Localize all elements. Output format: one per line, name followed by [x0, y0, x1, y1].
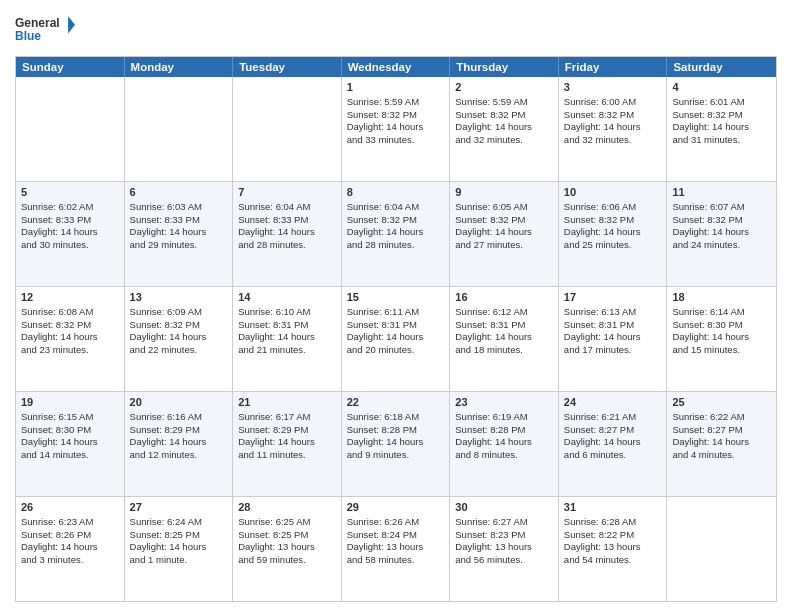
- day-19-line-2: Sunset: 8:30 PM: [21, 424, 119, 437]
- day-23-line-1: Sunrise: 6:19 AM: [455, 411, 553, 424]
- day-23-line-4: and 8 minutes.: [455, 449, 553, 462]
- day-24-line-3: Daylight: 14 hours: [564, 436, 662, 449]
- day-cell-12: 12Sunrise: 6:08 AMSunset: 8:32 PMDayligh…: [16, 287, 125, 391]
- day-17-line-1: Sunrise: 6:13 AM: [564, 306, 662, 319]
- day-number-19: 19: [21, 395, 119, 410]
- day-3-line-3: Daylight: 14 hours: [564, 121, 662, 134]
- day-21-line-3: Daylight: 14 hours: [238, 436, 336, 449]
- day-number-16: 16: [455, 290, 553, 305]
- calendar: SundayMondayTuesdayWednesdayThursdayFrid…: [15, 56, 777, 602]
- day-number-15: 15: [347, 290, 445, 305]
- day-number-10: 10: [564, 185, 662, 200]
- day-number-11: 11: [672, 185, 771, 200]
- day-number-26: 26: [21, 500, 119, 515]
- day-21-line-2: Sunset: 8:29 PM: [238, 424, 336, 437]
- day-number-18: 18: [672, 290, 771, 305]
- day-19-line-3: Daylight: 14 hours: [21, 436, 119, 449]
- day-22-line-2: Sunset: 8:28 PM: [347, 424, 445, 437]
- day-5-line-3: Daylight: 14 hours: [21, 226, 119, 239]
- day-20-line-2: Sunset: 8:29 PM: [130, 424, 228, 437]
- day-12-line-3: Daylight: 14 hours: [21, 331, 119, 344]
- day-number-17: 17: [564, 290, 662, 305]
- day-12-line-2: Sunset: 8:32 PM: [21, 319, 119, 332]
- day-17-line-3: Daylight: 14 hours: [564, 331, 662, 344]
- day-26-line-4: and 3 minutes.: [21, 554, 119, 567]
- day-3-line-4: and 32 minutes.: [564, 134, 662, 147]
- day-6-line-2: Sunset: 8:33 PM: [130, 214, 228, 227]
- header-day-wednesday: Wednesday: [342, 57, 451, 77]
- week-row-2: 5Sunrise: 6:02 AMSunset: 8:33 PMDaylight…: [16, 182, 776, 287]
- day-13-line-3: Daylight: 14 hours: [130, 331, 228, 344]
- day-cell-empty: [233, 77, 342, 181]
- day-cell-25: 25Sunrise: 6:22 AMSunset: 8:27 PMDayligh…: [667, 392, 776, 496]
- day-cell-17: 17Sunrise: 6:13 AMSunset: 8:31 PMDayligh…: [559, 287, 668, 391]
- day-15-line-1: Sunrise: 6:11 AM: [347, 306, 445, 319]
- day-number-5: 5: [21, 185, 119, 200]
- day-cell-empty: [125, 77, 234, 181]
- day-27-line-1: Sunrise: 6:24 AM: [130, 516, 228, 529]
- logo: General Blue: [15, 10, 75, 50]
- day-number-2: 2: [455, 80, 553, 95]
- day-2-line-1: Sunrise: 5:59 AM: [455, 96, 553, 109]
- day-number-24: 24: [564, 395, 662, 410]
- day-31-line-2: Sunset: 8:22 PM: [564, 529, 662, 542]
- day-31-line-3: Daylight: 13 hours: [564, 541, 662, 554]
- day-30-line-4: and 56 minutes.: [455, 554, 553, 567]
- day-number-6: 6: [130, 185, 228, 200]
- day-1-line-2: Sunset: 8:32 PM: [347, 109, 445, 122]
- day-7-line-1: Sunrise: 6:04 AM: [238, 201, 336, 214]
- day-cell-empty: [667, 497, 776, 601]
- day-cell-28: 28Sunrise: 6:25 AMSunset: 8:25 PMDayligh…: [233, 497, 342, 601]
- day-cell-10: 10Sunrise: 6:06 AMSunset: 8:32 PMDayligh…: [559, 182, 668, 286]
- day-18-line-3: Daylight: 14 hours: [672, 331, 771, 344]
- day-9-line-1: Sunrise: 6:05 AM: [455, 201, 553, 214]
- day-27-line-4: and 1 minute.: [130, 554, 228, 567]
- day-4-line-1: Sunrise: 6:01 AM: [672, 96, 771, 109]
- day-8-line-4: and 28 minutes.: [347, 239, 445, 252]
- day-29-line-3: Daylight: 13 hours: [347, 541, 445, 554]
- day-21-line-1: Sunrise: 6:17 AM: [238, 411, 336, 424]
- day-23-line-3: Daylight: 14 hours: [455, 436, 553, 449]
- day-28-line-3: Daylight: 13 hours: [238, 541, 336, 554]
- day-cell-7: 7Sunrise: 6:04 AMSunset: 8:33 PMDaylight…: [233, 182, 342, 286]
- day-cell-16: 16Sunrise: 6:12 AMSunset: 8:31 PMDayligh…: [450, 287, 559, 391]
- day-19-line-1: Sunrise: 6:15 AM: [21, 411, 119, 424]
- day-cell-27: 27Sunrise: 6:24 AMSunset: 8:25 PMDayligh…: [125, 497, 234, 601]
- day-cell-29: 29Sunrise: 6:26 AMSunset: 8:24 PMDayligh…: [342, 497, 451, 601]
- day-cell-21: 21Sunrise: 6:17 AMSunset: 8:29 PMDayligh…: [233, 392, 342, 496]
- day-6-line-4: and 29 minutes.: [130, 239, 228, 252]
- day-20-line-1: Sunrise: 6:16 AM: [130, 411, 228, 424]
- day-14-line-1: Sunrise: 6:10 AM: [238, 306, 336, 319]
- day-cell-23: 23Sunrise: 6:19 AMSunset: 8:28 PMDayligh…: [450, 392, 559, 496]
- day-1-line-1: Sunrise: 5:59 AM: [347, 96, 445, 109]
- day-number-20: 20: [130, 395, 228, 410]
- day-number-7: 7: [238, 185, 336, 200]
- day-number-28: 28: [238, 500, 336, 515]
- day-30-line-3: Daylight: 13 hours: [455, 541, 553, 554]
- day-cell-1: 1Sunrise: 5:59 AMSunset: 8:32 PMDaylight…: [342, 77, 451, 181]
- day-9-line-3: Daylight: 14 hours: [455, 226, 553, 239]
- day-13-line-4: and 22 minutes.: [130, 344, 228, 357]
- day-9-line-2: Sunset: 8:32 PM: [455, 214, 553, 227]
- logo-svg: General Blue: [15, 10, 75, 50]
- header-day-saturday: Saturday: [667, 57, 776, 77]
- day-15-line-4: and 20 minutes.: [347, 344, 445, 357]
- page: General Blue SundayMondayTuesdayWednesda…: [0, 0, 792, 612]
- day-cell-9: 9Sunrise: 6:05 AMSunset: 8:32 PMDaylight…: [450, 182, 559, 286]
- day-number-8: 8: [347, 185, 445, 200]
- day-25-line-3: Daylight: 14 hours: [672, 436, 771, 449]
- day-cell-30: 30Sunrise: 6:27 AMSunset: 8:23 PMDayligh…: [450, 497, 559, 601]
- day-19-line-4: and 14 minutes.: [21, 449, 119, 462]
- day-24-line-4: and 6 minutes.: [564, 449, 662, 462]
- day-cell-14: 14Sunrise: 6:10 AMSunset: 8:31 PMDayligh…: [233, 287, 342, 391]
- week-row-4: 19Sunrise: 6:15 AMSunset: 8:30 PMDayligh…: [16, 392, 776, 497]
- day-14-line-4: and 21 minutes.: [238, 344, 336, 357]
- day-16-line-3: Daylight: 14 hours: [455, 331, 553, 344]
- day-13-line-1: Sunrise: 6:09 AM: [130, 306, 228, 319]
- day-14-line-3: Daylight: 14 hours: [238, 331, 336, 344]
- header-day-monday: Monday: [125, 57, 234, 77]
- day-15-line-3: Daylight: 14 hours: [347, 331, 445, 344]
- day-10-line-4: and 25 minutes.: [564, 239, 662, 252]
- day-number-31: 31: [564, 500, 662, 515]
- day-7-line-3: Daylight: 14 hours: [238, 226, 336, 239]
